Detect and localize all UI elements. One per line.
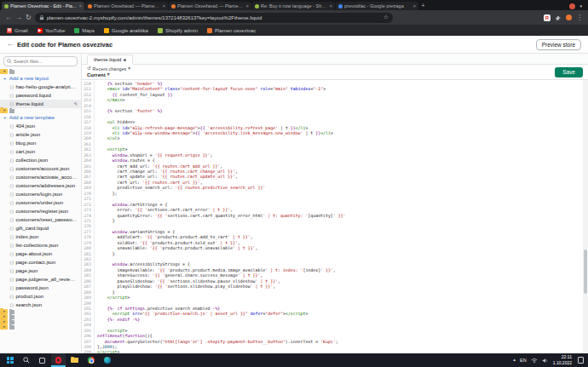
tab-close-icon[interactable]: × [78,3,82,9]
preview-store-button[interactable]: Preview store [536,39,581,50]
folder-caret-icon: ▸ [3,320,8,324]
file-item[interactable]: {}customers/addresses.json [0,181,81,190]
taskbar-file-explorer-button[interactable] [67,353,82,367]
taskbar-opera-button[interactable] [51,353,66,367]
code-editor[interactable]: 250 {% section 'header' %}251 <main id="… [82,80,588,353]
taskbar-chrome-button[interactable] [84,353,98,367]
forward-icon[interactable]: → [15,14,22,21]
bookmark-item[interactable]: Plamen osvezivac [207,28,256,33]
reload-icon[interactable]: ↻ [26,14,32,21]
file-item[interactable]: {}customers/activate_account.json [0,173,81,181]
file-explorer-icon [71,358,78,363]
file-item[interactable]: {}page.judgeme_all_reviews.liquid [0,275,81,284]
bookmark-item[interactable]: MGmail [7,28,28,33]
bookmark-label: Plamen osvezivac [215,28,256,33]
tray-chevron-up-icon[interactable]: ▴ [513,358,516,363]
browser-tab[interactable]: Plamen Osvežavač — Plamen Os...× [85,2,168,10]
profile-avatar[interactable] [566,14,572,20]
chrome-icon [88,357,95,364]
editor-main: theme.liquid ↺ Recent changes ▾ Current [82,54,588,353]
tab-close-icon[interactable]: × [412,3,416,9]
file-item[interactable]: {}collection.json [0,156,81,164]
back-icon[interactable]: ← [5,14,12,21]
task-view-button[interactable] [35,353,49,367]
browser-menu-icon[interactable]: ⋮ [576,14,583,21]
file-tab-label: theme.liquid [94,57,121,62]
file-name: page.contact.json [15,260,78,265]
url-text[interactable]: plamen-osvezivac-2.myshopify.com/admin/t… [47,15,381,20]
extensions-puzzle-icon[interactable] [555,14,562,21]
add-file-link[interactable]: +Add a new template [0,113,81,122]
file-icon: {} [9,150,14,154]
browser-tab[interactable]: Re: Buy it now language - Shopi...× [252,2,335,10]
file-item[interactable]: {}blog.json [0,139,81,147]
wifi-icon[interactable] [531,358,538,364]
browser-address-bar: ← → ↻ plamen-osvezivac-2.myshopify.com/a… [0,10,588,25]
add-file-link[interactable]: +Add a new layout [0,74,81,83]
editor-scrollbar[interactable] [583,80,588,353]
file-item[interactable]: {}404.json [0,122,81,130]
scrollbar-thumb[interactable] [584,249,587,294]
bookmark-item[interactable]: ▶YouTube [37,28,66,33]
file-item[interactable]: {}page.json [0,267,81,275]
file-icon: {} [9,133,14,137]
save-button[interactable]: Save [555,67,583,77]
new-tab-button[interactable]: + [418,2,428,10]
notification-center-icon[interactable] [578,357,584,364]
file-item[interactable]: {}page.contact.json [0,258,81,267]
taskbar-edge-button[interactable] [100,353,114,367]
file-item[interactable]: {}hao-helio-google-analytics-back... [0,83,81,91]
translate-extension-icon[interactable]: R [544,14,551,21]
tab-close-icon[interactable]: × [162,3,165,9]
file-item[interactable]: {}customers/order.json [0,198,81,207]
url-field[interactable]: plamen-osvezivac-2.myshopify.com/admin/t… [35,13,393,23]
tab-close-icon[interactable]: × [245,3,249,9]
taskbar-search-button[interactable] [19,353,33,367]
file-item[interactable]: {}theme.liquid✎ [0,100,81,108]
file-item[interactable]: {}search.json [0,301,81,309]
file-search-box[interactable] [3,56,78,66]
file-tab-theme-liquid[interactable]: theme.liquid [87,54,133,65]
file-item[interactable]: {}password.json [0,284,81,292]
file-item[interactable]: {}customers/login.json [0,190,81,198]
bookmark-item[interactable]: Shopify admin [158,28,198,33]
tab-favicon [255,4,259,9]
recent-changes-dropdown[interactable]: ↺ Recent changes ▾ [87,66,130,72]
start-button[interactable] [3,353,17,367]
file-item[interactable]: {}product.json [0,292,81,301]
file-item[interactable]: {}customers/reset_password.json [0,215,81,224]
tab-title: Re: Buy it now language - Shopi... [261,3,327,9]
file-item[interactable]: {}cart.json [0,147,81,156]
file-item[interactable]: {}customers/register.json [0,207,81,215]
file-item[interactable]: {}list-collections.json [0,241,81,249]
browser-tab[interactable]: Plamen Osvežavač — Plamen Os...× [169,2,251,10]
exit-editor-arrow-icon[interactable]: ← [7,41,14,48]
volume-icon[interactable] [542,358,549,364]
code-text: predictive_search_url: '{{ routes.predic… [97,185,265,190]
taskbar-clock[interactable]: 22:11 1.10.2022 [553,354,572,366]
language-indicator[interactable]: EN [520,358,527,363]
browser-tab[interactable]: Plamen Osvezivac - Edit - Pla...× [2,2,84,10]
file-item[interactable]: {}gift_card.liquid [0,224,81,232]
file-item[interactable]: {}password.liquid [0,91,81,100]
folder-templates[interactable]: ▾Templates [0,108,8,113]
file-item[interactable]: {}customers/account.json [0,164,81,173]
edit-pencil-icon: ✎ [73,101,78,106]
file-item[interactable]: {}index.json [0,232,81,241]
folder-assets[interactable]: ▸Assets [0,324,8,330]
page-title: Edit code for Plamen osvezivac [17,41,112,49]
tab-close-icon[interactable]: × [329,3,332,9]
bookmark-star-icon[interactable]: ☆ [383,14,389,20]
tab-search-chevron-icon[interactable]: ▾ [579,4,582,9]
browser-tab[interactable]: prevodilac - Google pretraga× [336,2,418,10]
bookmark-item[interactable]: Google analitika [104,28,148,33]
browser-profile-avatar[interactable] [569,3,575,9]
search-input[interactable] [14,59,74,64]
file-item[interactable]: {}page.about.json [0,249,81,258]
bookmark-item[interactable]: Maps [74,28,95,33]
folder-layout[interactable]: ▾Layout [0,69,8,74]
file-item[interactable]: {}article.json [0,130,81,139]
file-icon: {} [9,227,14,231]
folder-caret-icon: ▾ [3,109,8,113]
version-dropdown[interactable]: Current ▾ [87,72,130,77]
